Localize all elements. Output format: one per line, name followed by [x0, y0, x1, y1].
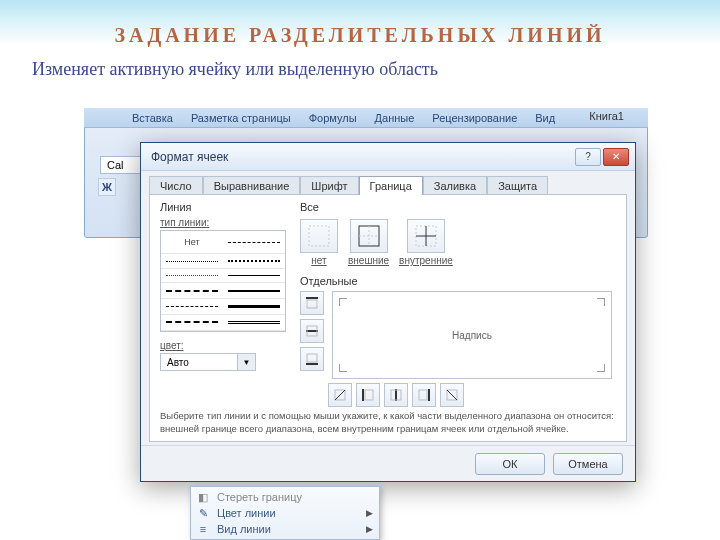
dialog-title: Формат ячеек [147, 150, 573, 164]
svg-line-14 [335, 390, 345, 400]
line-style-option[interactable] [223, 231, 285, 254]
line-type-label: тип линии: [160, 217, 292, 228]
submenu-arrow-icon: ▶ [366, 508, 373, 518]
ribbon-tab[interactable]: Разметка страницы [191, 112, 291, 124]
dialog-tabs: Число Выравнивание Шрифт Граница Заливка… [141, 171, 635, 194]
color-dropdown-button[interactable]: ▼ [238, 353, 256, 371]
border-diag-up-button[interactable] [328, 383, 352, 407]
hint-text: Выберите тип линии и с помощью мыши укаж… [160, 410, 616, 435]
ribbon-tab[interactable]: Вид [535, 112, 555, 124]
color-label: цвет: [160, 340, 292, 351]
cm-line-color[interactable]: ✎ Цвет линии ▶ [191, 505, 379, 521]
svg-rect-16 [365, 390, 373, 400]
tab-protection[interactable]: Защита [487, 176, 548, 195]
slide-subtitle: Изменяет активную ячейку или выделенную … [0, 47, 720, 88]
border-left-button[interactable] [356, 383, 380, 407]
font-style-buttons: Ж [98, 178, 116, 196]
preset-none-label: нет [311, 255, 326, 266]
grid-inside-icon [415, 225, 437, 247]
border-top-button[interactable] [300, 291, 324, 315]
grid-none-icon [308, 225, 330, 247]
help-button[interactable]: ? [575, 148, 601, 166]
preset-outline[interactable] [350, 219, 388, 253]
line-style-option[interactable] [161, 315, 223, 331]
dialog-titlebar: Формат ячеек ? ✕ [141, 143, 635, 171]
presets-group-label: Все [300, 201, 453, 213]
submenu-arrow-icon: ▶ [366, 524, 373, 534]
border-right-button[interactable] [412, 383, 436, 407]
preview-corner [339, 298, 347, 306]
ribbon-tab[interactable]: Данные [375, 112, 415, 124]
ribbon-tab[interactable]: Вставка [132, 112, 173, 124]
dialog-footer: ОК Отмена [141, 445, 635, 481]
bold-button[interactable]: Ж [98, 178, 116, 196]
slide-title: ЗАДАНИЕ РАЗДЕЛИТЕЛЬНЫХ ЛИНИЙ [0, 0, 720, 47]
svg-rect-20 [419, 390, 427, 400]
svg-rect-8 [307, 300, 317, 308]
cm-label: Вид линии [217, 523, 271, 535]
cm-label: Цвет линии [217, 507, 276, 519]
line-style-option[interactable] [161, 254, 223, 269]
line-section: Линия тип линии: Нет цвет: Авто ▼ [160, 201, 292, 371]
svg-rect-0 [309, 226, 329, 246]
line-style-option[interactable] [223, 299, 285, 315]
cancel-button[interactable]: Отмена [553, 453, 623, 475]
svg-rect-12 [307, 354, 317, 362]
line-style-option[interactable] [223, 283, 285, 298]
border-preview[interactable]: Надпись [332, 291, 612, 379]
close-button[interactable]: ✕ [603, 148, 629, 166]
context-menu: ◧ Стереть границу ✎ Цвет линии ▶ ≡ Вид л… [190, 486, 380, 540]
cm-erase-border[interactable]: ◧ Стереть границу [191, 489, 379, 505]
preset-outline-label: внешние [348, 255, 389, 266]
grid-outline-icon [358, 225, 380, 247]
line-style-list[interactable]: Нет [160, 230, 286, 332]
line-style-option[interactable] [161, 269, 223, 283]
color-dropdown[interactable]: Авто ▼ [160, 353, 292, 371]
ribbon-tab[interactable]: Формулы [309, 112, 357, 124]
line-style-option[interactable] [223, 269, 285, 283]
line-style-option[interactable] [223, 254, 285, 269]
lines-icon: ≡ [195, 522, 211, 536]
preview-corner [339, 364, 347, 372]
preview-corner [597, 364, 605, 372]
format-cells-dialog: Формат ячеек ? ✕ Число Выравнивание Шриф… [140, 142, 636, 482]
line-style-option[interactable] [161, 283, 223, 298]
pencil-icon: ✎ [195, 506, 211, 520]
border-bottom-button[interactable] [300, 347, 324, 371]
border-middle-v-button[interactable] [384, 383, 408, 407]
tab-fill[interactable]: Заливка [423, 176, 487, 195]
document-title: Книга1 [589, 110, 624, 122]
border-middle-h-button[interactable] [300, 319, 324, 343]
preset-none[interactable] [300, 219, 338, 253]
preview-corner [597, 298, 605, 306]
border-diag-down-button[interactable] [440, 383, 464, 407]
presets-section: Все нет внешние [300, 201, 453, 266]
tab-alignment[interactable]: Выравнивание [203, 176, 301, 195]
tab-number[interactable]: Число [149, 176, 203, 195]
color-value: Авто [160, 353, 238, 371]
preview-caption: Надпись [452, 330, 492, 341]
line-style-option[interactable] [161, 299, 223, 315]
cm-line-style[interactable]: ≡ Вид линии ▶ [191, 521, 379, 537]
ok-button[interactable]: ОК [475, 453, 545, 475]
line-style-option[interactable] [223, 315, 285, 331]
individual-group-label: Отдельные [300, 275, 612, 287]
ribbon-tab[interactable]: Рецензирование [432, 112, 517, 124]
ribbon-tabs: Вставка Разметка страницы Формулы Данные… [84, 108, 648, 128]
eraser-icon: ◧ [195, 490, 211, 504]
border-pane: Линия тип линии: Нет цвет: Авто ▼ [149, 194, 627, 442]
preset-inside-label: внутренние [399, 255, 453, 266]
individual-section: Отдельные Надпись [300, 275, 612, 407]
cm-label: Стереть границу [217, 491, 302, 503]
tab-border[interactable]: Граница [359, 176, 423, 195]
preset-inside[interactable] [407, 219, 445, 253]
line-style-none[interactable]: Нет [161, 231, 223, 254]
tab-font[interactable]: Шрифт [300, 176, 358, 195]
line-group-label: Линия [160, 201, 292, 213]
svg-line-22 [447, 390, 457, 400]
